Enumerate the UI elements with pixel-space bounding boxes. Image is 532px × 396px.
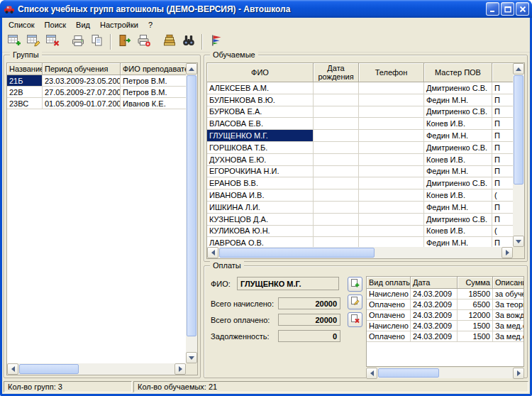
column-header-payment-sum[interactable]: Сумма — [458, 277, 493, 289]
student-extra-cell[interactable]: П — [492, 118, 513, 130]
students-horizontal-scrollbar[interactable] — [207, 247, 513, 258]
student-fio-cell[interactable]: ЕГОРОЧКИНА Н.И. — [207, 166, 314, 178]
scrollbar-track[interactable] — [186, 75, 197, 352]
student-row[interactable]: ЛАВРОВА О.В. Федин М.Н. П — [207, 237, 513, 247]
payments-horizontal-scrollbar[interactable] — [366, 368, 524, 378]
maximize-button[interactable] — [501, 2, 514, 16]
scrollbar-thumb[interactable] — [219, 248, 375, 258]
student-fio-cell[interactable]: КУЛИКОВА Ю.Н. — [207, 226, 314, 238]
student-row[interactable]: КУЛИКОВА Ю.Н. Конев И.В. ( — [207, 226, 513, 238]
scrollbar-track[interactable] — [218, 247, 501, 258]
scroll-left-button[interactable] — [366, 368, 377, 379]
column-header-group-period[interactable]: Период обучения — [43, 63, 121, 75]
payment-date-cell[interactable]: 24.03.2009 — [411, 331, 458, 342]
payment-date-cell[interactable]: 24.03.2009 — [411, 310, 458, 321]
scrollbar-track[interactable] — [377, 368, 513, 378]
student-extra-cell[interactable]: ( — [492, 189, 513, 202]
close-button[interactable] — [516, 2, 529, 16]
scrollbar-thumb[interactable] — [19, 364, 79, 374]
payment-type-cell[interactable]: Начислено — [367, 321, 411, 331]
group-name-cell[interactable]: 22В — [7, 87, 43, 98]
payment-sum-cell[interactable]: 6500 — [458, 299, 493, 310]
student-fio-cell[interactable]: АЛЕКСЕЕВ А.М. — [207, 82, 314, 94]
column-header-payment-date[interactable]: Дата — [411, 277, 458, 289]
student-row[interactable]: КУЗНЕЦОВ Д.А. Дмитриенко С.В. П — [207, 214, 513, 226]
menu-item[interactable]: Поиск — [40, 19, 71, 31]
exit-button[interactable] — [115, 32, 134, 51]
payment-type-cell[interactable]: Оплачено — [367, 299, 411, 310]
print-report-button[interactable] — [134, 32, 153, 51]
student-extra-cell[interactable]: П — [492, 94, 513, 106]
student-phone-cell[interactable] — [359, 94, 424, 106]
group-teacher-cell[interactable]: Иванов К.Е. — [121, 98, 186, 109]
student-extra-cell[interactable]: П — [492, 142, 513, 154]
student-master-cell[interactable]: Дмитриенко С.В. — [424, 142, 492, 154]
student-extra-cell[interactable]: П — [492, 130, 513, 142]
student-phone-cell[interactable] — [359, 154, 424, 166]
group-period-cell[interactable]: 23.03.2009-23.05.2009 — [43, 75, 121, 87]
group-period-cell[interactable]: 27.05.2009-27.07.2009 — [43, 87, 121, 98]
student-fio-cell[interactable]: ЛАВРОВА О.В. — [207, 237, 314, 247]
payment-desc-cell[interactable]: За мед.спр — [493, 331, 524, 342]
student-master-cell[interactable]: Конев И.В. — [424, 189, 492, 202]
payment-row[interactable]: Начислено 24.03.2009 18500 за обучение — [367, 289, 523, 299]
menu-item[interactable]: ? — [143, 19, 157, 31]
student-fio-cell[interactable]: ГОРШКОВА Т.Б. — [207, 142, 314, 154]
student-birthdate-cell[interactable] — [314, 118, 359, 130]
student-birthdate-cell[interactable] — [314, 226, 359, 238]
scrollbar-track[interactable] — [513, 75, 524, 236]
payment-desc-cell[interactable]: За теорию — [493, 299, 524, 310]
special-button[interactable] — [206, 32, 226, 51]
print-button[interactable] — [68, 32, 87, 51]
scroll-left-button[interactable] — [7, 363, 18, 375]
student-row[interactable]: АЛЕКСЕЕВ А.М. Дмитриенко С.В. П — [207, 82, 513, 94]
student-row[interactable]: БУЛЕНКОВА В.Ю. Федин М.Н. П — [207, 94, 513, 106]
student-extra-cell[interactable]: П — [492, 177, 513, 189]
add-payment-button[interactable] — [348, 277, 362, 292]
student-fio-cell[interactable]: ГЛУЩЕНКО М.Г. — [207, 130, 314, 142]
scroll-down-button[interactable] — [186, 352, 197, 363]
student-master-cell[interactable]: Федин М.Н. — [424, 237, 492, 247]
scroll-right-button[interactable] — [501, 247, 513, 258]
scroll-up-button[interactable] — [186, 63, 197, 75]
student-fio-cell[interactable]: БУЛЕНКОВА В.Ю. — [207, 94, 314, 106]
edit-record-button[interactable] — [23, 32, 43, 51]
student-phone-cell[interactable] — [359, 177, 424, 189]
payment-sum-cell[interactable]: 1500 — [458, 321, 493, 331]
group-row[interactable]: 22В 27.05.2009-27.07.2009 Петров В.М. — [7, 87, 186, 98]
student-fio-cell[interactable]: ЕРАНОВ В.В. — [207, 177, 314, 189]
student-extra-cell[interactable]: П — [492, 82, 513, 94]
payment-date-cell[interactable]: 24.03.2009 — [411, 289, 458, 299]
student-row[interactable]: ИШКИНА Л.И. Федин М.Н. П — [207, 202, 513, 214]
scrollbar-thumb[interactable] — [378, 368, 439, 378]
student-fio-cell[interactable]: ВЛАСОВА Е.В. — [207, 118, 314, 130]
student-phone-cell[interactable] — [359, 189, 424, 202]
student-master-cell[interactable]: Конев И.В. — [424, 226, 492, 238]
student-master-cell[interactable]: Дмитриенко С.В. — [424, 214, 492, 226]
student-extra-cell[interactable]: ( — [492, 226, 513, 238]
student-birthdate-cell[interactable] — [314, 189, 359, 202]
find-button[interactable] — [179, 32, 198, 51]
student-birthdate-cell[interactable] — [314, 177, 359, 189]
student-master-cell[interactable]: Федин М.Н. — [424, 94, 492, 106]
column-header-group-teacher[interactable]: ФИО преподавателя — [121, 63, 186, 75]
student-fio-cell[interactable]: ИВАНОВА И.В. — [207, 189, 314, 202]
scroll-up-button[interactable] — [513, 63, 524, 75]
payment-type-cell[interactable]: Оплачено — [367, 310, 411, 321]
payment-row[interactable]: Оплачено 24.03.2009 12000 За вождение — [367, 310, 523, 321]
student-birthdate-cell[interactable] — [314, 166, 359, 178]
student-master-cell[interactable]: Дмитриенко С.В. — [424, 106, 492, 119]
student-birthdate-cell[interactable] — [314, 202, 359, 214]
student-row[interactable]: ДУХНОВА Е.Ю. Конев И.В. П — [207, 154, 513, 166]
payment-desc-cell[interactable]: за обучение — [493, 289, 524, 299]
student-birthdate-cell[interactable] — [314, 142, 359, 154]
student-row[interactable]: ИВАНОВА И.В. Конев И.В. ( — [207, 189, 513, 202]
add-record-button[interactable] — [4, 32, 23, 51]
edit-payment-button[interactable] — [348, 295, 362, 309]
groups-horizontal-scrollbar[interactable] — [7, 363, 186, 375]
student-birthdate-cell[interactable] — [314, 130, 359, 142]
payment-type-cell[interactable]: Оплачено — [367, 331, 411, 342]
group-teacher-cell[interactable]: Петров В.М. — [121, 87, 186, 98]
student-master-cell[interactable]: Дмитриенко С.В. — [424, 177, 492, 189]
scrollbar-thumb[interactable] — [187, 75, 196, 336]
